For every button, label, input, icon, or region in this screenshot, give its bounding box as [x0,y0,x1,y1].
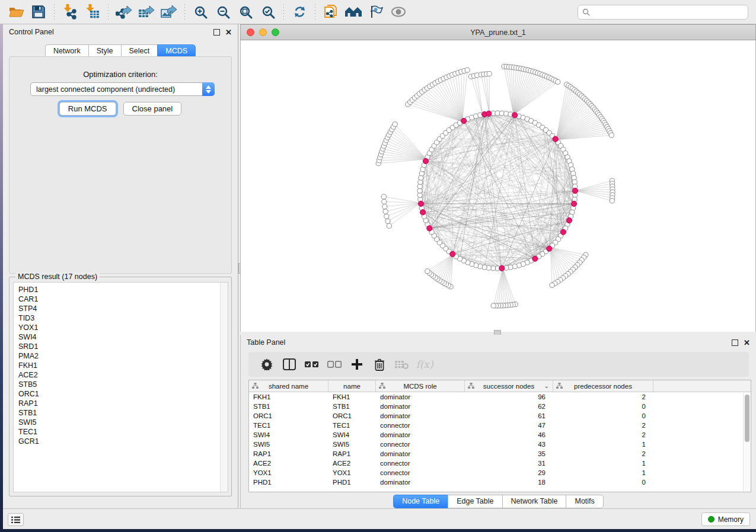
add-column-button[interactable] [346,354,368,374]
close-panel-button[interactable]: Close panel [123,102,182,116]
export-network-button[interactable] [113,2,135,22]
mcds-result-item[interactable]: FKH1 [18,361,228,370]
graph-hub-node[interactable] [420,210,426,215]
graph-leaf-node[interactable] [465,68,470,72]
table-row[interactable]: ORC1ORC1dominator610 [249,411,751,421]
cell-name[interactable]: SWI5 [328,441,376,448]
mcds-result-item[interactable]: TEC1 [18,427,228,437]
mcds-result-item[interactable]: STB5 [18,380,228,389]
mcds-result-item[interactable]: TID3 [18,313,228,323]
graph-hub-node[interactable] [566,218,572,223]
tab-edge-table[interactable]: Edge Table [448,495,502,508]
mcds-result-list[interactable]: PHD1CAR1STP4TID3YOX1SWI4SRD1PMA2FKH1ACE2… [13,282,228,492]
cell-predecessor-nodes[interactable]: 1 [553,469,653,476]
mcds-result-item[interactable]: ACE2 [18,370,228,380]
cell-MCDS-role[interactable]: dominator [376,393,465,400]
cell-name[interactable]: FKH1 [328,393,376,400]
table-row[interactable]: YOX1YOX1connector291 [249,468,751,477]
cell-shared-name[interactable]: SWI4 [249,431,328,438]
float-panel-icon[interactable] [213,29,220,36]
cell-predecessor-nodes[interactable]: 1 [553,441,653,448]
mcds-result-item[interactable]: PMA2 [18,351,228,361]
cell-MCDS-role[interactable]: connector [376,469,465,476]
import-network-button[interactable] [59,2,81,22]
graph-leaf-node[interactable] [393,122,397,127]
houses-button[interactable] [342,2,365,22]
mcds-result-item[interactable]: SRD1 [18,342,228,351]
cell-shared-name[interactable]: ORC1 [249,412,328,419]
cell-name[interactable]: SWI4 [328,431,376,438]
cell-shared-name[interactable]: STB1 [249,403,328,410]
mcds-result-item[interactable]: SWI4 [18,332,228,342]
graph-leaf-node[interactable] [550,283,554,287]
mcds-result-item[interactable]: GCR1 [18,437,228,446]
column-header-MCDS-role[interactable]: MCDS role [376,380,465,392]
graph-node[interactable] [512,264,517,269]
graph-leaf-node[interactable] [487,71,492,76]
cell-shared-name[interactable]: FKH1 [249,393,328,400]
table-row[interactable]: RAP1RAP1dominator352 [249,449,751,459]
export-table-button[interactable] [135,2,158,22]
open-file-button[interactable] [5,2,27,22]
graph-hub-node[interactable] [499,265,505,271]
mcds-result-item[interactable]: CAR1 [18,294,228,304]
cell-MCDS-role[interactable]: connector [376,460,465,467]
mcds-result-item[interactable]: RAP1 [18,399,228,408]
mcds-result-item[interactable]: SWI5 [18,418,228,427]
tab-motifs[interactable]: Motifs [566,495,603,508]
table-row[interactable]: SWI4SWI4dominator462 [249,430,751,440]
run-mcds-button[interactable]: Run MCDS [59,102,116,116]
network-canvas[interactable] [241,40,755,332]
zoom-fit-button[interactable] [234,2,257,22]
cell-successor-nodes[interactable]: 61 [465,412,553,419]
network-view[interactable] [240,40,756,332]
cell-name[interactable]: STB1 [328,403,376,410]
graph-leaf-node[interactable] [383,209,388,214]
cell-name[interactable]: TEC1 [328,422,376,429]
cell-successor-nodes[interactable]: 46 [465,431,553,438]
graph-node[interactable] [482,265,487,270]
cell-predecessor-nodes[interactable]: 0 [553,412,653,419]
cell-shared-name[interactable]: PHD1 [249,479,328,486]
flag-button[interactable] [365,2,387,22]
cell-predecessor-nodes[interactable]: 2 [553,422,653,429]
cell-MCDS-role[interactable]: connector [376,441,465,448]
cell-name[interactable]: YOX1 [328,469,376,476]
cell-successor-nodes[interactable]: 29 [465,469,553,476]
mcds-result-item[interactable]: STB1 [18,408,228,418]
cell-successor-nodes[interactable]: 31 [465,460,553,467]
column-header-successor-nodes[interactable]: successor nodes⌄ [465,380,553,392]
result-list-scrollbar[interactable] [220,283,228,492]
graph-leaf-node[interactable] [381,194,386,199]
table-row[interactable]: TEC1TEC1connector472 [249,421,751,430]
table-scrollbar-thumb[interactable] [745,395,749,442]
save-session-button[interactable] [27,2,50,22]
cell-MCDS-role[interactable]: dominator [376,479,465,486]
graph-node[interactable] [419,175,423,180]
cell-predecessor-nodes[interactable]: 0 [553,479,653,486]
gear-button[interactable] [256,354,278,374]
column-menu-icon[interactable]: ⌄ [544,383,549,389]
cell-shared-name[interactable]: ACE2 [249,460,328,467]
graph-hub-node[interactable] [486,111,492,116]
graph-leaf-node[interactable] [382,199,387,204]
cell-successor-nodes[interactable]: 96 [465,393,553,400]
graph-hub-node[interactable] [560,229,566,235]
graph-hub-node[interactable] [461,118,467,123]
cell-predecessor-nodes[interactable]: 0 [553,403,653,410]
graph-node[interactable] [571,171,576,176]
table-mode-button[interactable] [278,354,301,374]
cell-MCDS-role[interactable]: connector [376,422,465,429]
zoom-selected-button[interactable] [257,2,279,22]
import-table-button[interactable] [81,2,104,22]
zoom-out-button[interactable] [212,2,234,22]
graph-hub-node[interactable] [547,246,552,251]
graph-leaf-node[interactable] [385,219,390,223]
graph-hub-node[interactable] [572,201,577,206]
cell-successor-nodes[interactable]: 43 [465,441,553,448]
graph-hub-node[interactable] [423,158,428,164]
memory-button[interactable]: Memory [701,512,750,526]
mcds-result-item[interactable]: YOX1 [18,323,228,332]
cell-name[interactable]: PHD1 [328,479,376,486]
tab-network-table[interactable]: Network Table [502,495,566,508]
